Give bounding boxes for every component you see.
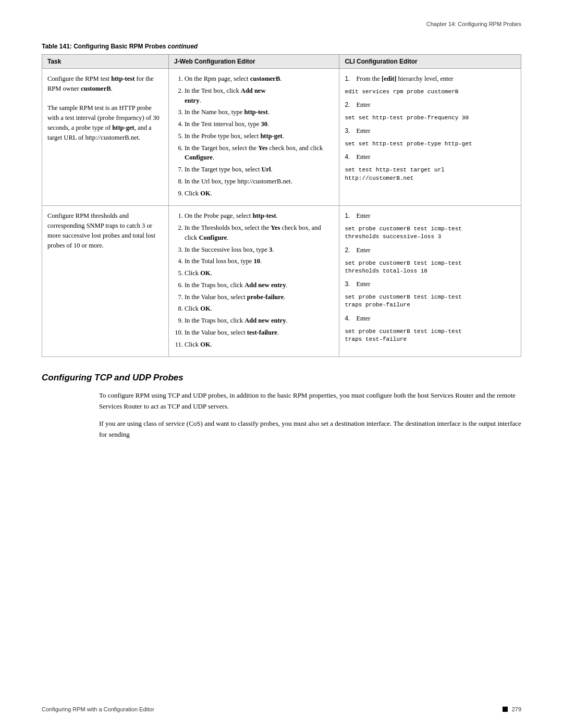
cli-text: Enter: [356, 100, 516, 110]
col-header-task: Task: [42, 55, 169, 69]
cli-code: set probe customerB test icmp-testthresh…: [345, 260, 516, 276]
list-item: In the Thresholds box, select the Yes ch…: [185, 223, 334, 243]
cli-code: set set http-test probe-frequency 30: [345, 114, 516, 122]
header-text: Chapter 14: Configuring RPM Probes: [426, 21, 521, 27]
cli-code: set probe customerB test icmp-testtraps …: [345, 328, 516, 344]
cli-item: 1. From the [edit] hierarchy level, ente…: [345, 74, 516, 84]
page-container: Chapter 14: Configuring RPM Probes Table…: [0, 0, 563, 728]
cli-cell-2: 1. Enter set probe customerB test icmp-t…: [339, 206, 521, 357]
cli-cell-1: 1. From the [edit] hierarchy level, ente…: [339, 69, 521, 206]
list-item: In the Url box, type http://customerB.ne…: [185, 177, 334, 187]
list-item: In the Test box, click Add newentry.: [185, 86, 334, 106]
page-header: Chapter 14: Configuring RPM Probes: [42, 21, 521, 27]
section-paragraph-1: To configure RPM using TCP and UDP probe…: [99, 390, 521, 412]
list-item: In the Probe type box, select http-get.: [185, 131, 334, 141]
list-item: In the Traps box, click Add new entry.: [185, 280, 334, 290]
cli-item: 3. Enter: [345, 279, 516, 289]
cli-text: From the [edit] hierarchy level, enter: [356, 74, 516, 84]
footer-square-icon: [503, 707, 508, 712]
table-title-suffix: continued: [168, 43, 198, 50]
table-title-text: Table 141: Configuring Basic RPM Probes …: [42, 43, 198, 50]
table-header-row: Task J-Web Configuration Editor CLI Conf…: [42, 55, 521, 69]
task-cell-2: Configure RPM thresholds and correspondi…: [42, 206, 169, 357]
list-item: Click OK.: [185, 189, 334, 199]
cli-item: 2. Enter: [345, 100, 516, 110]
cli-num: 1.: [345, 74, 354, 84]
list-item: In the Target type box, select Url.: [185, 165, 334, 175]
cli-num: 4.: [345, 152, 354, 162]
task-cell-1: Configure the RPM test http-test for the…: [42, 69, 169, 206]
cli-item: 4. Enter: [345, 152, 516, 162]
footer-right: 279: [503, 706, 521, 712]
page-footer: Configuring RPM with a Configuration Edi…: [0, 706, 563, 712]
list-item: In the Value box, select test-failure.: [185, 328, 334, 338]
cli-num: 3.: [345, 126, 354, 136]
task-text-1a: Configure the RPM test http-test for the…: [47, 74, 163, 94]
list-item: On the Rpm page, select customerB.: [185, 74, 334, 84]
list-item: In the Value box, select probe-failure.: [185, 292, 334, 302]
section-body: To configure RPM using TCP and UDP probe…: [99, 390, 521, 440]
list-item: In the Name box, type http-test.: [185, 107, 334, 117]
cli-text: Enter: [356, 152, 516, 162]
task-text-2: Configure RPM thresholds and correspondi…: [47, 211, 163, 250]
cli-num: 2.: [345, 245, 354, 255]
list-item: Click OK.: [185, 340, 334, 350]
table-row: Configure the RPM test http-test for the…: [42, 69, 521, 206]
task-text-1b: The sample RPM test is an HTTP probe wit…: [47, 103, 163, 142]
table-title: Table 141: Configuring Basic RPM Probes …: [42, 43, 521, 50]
cli-item: 4. Enter: [345, 314, 516, 324]
cli-num: 2.: [345, 100, 354, 110]
cli-code: set test http-test target urlhttp://cust…: [345, 166, 516, 182]
footer-left-text: Configuring RPM with a Configuration Edi…: [42, 706, 154, 712]
jweb-cell-1: On the Rpm page, select customerB. In th…: [168, 69, 339, 206]
table-row: Configure RPM thresholds and correspondi…: [42, 206, 521, 357]
cli-text: Enter: [356, 279, 516, 289]
jweb-cell-2: On the Probe page, select http-test. In …: [168, 206, 339, 357]
list-item: Click OK.: [185, 304, 334, 314]
list-item: In the Traps box, click Add new entry.: [185, 316, 334, 326]
cli-num: 4.: [345, 314, 354, 324]
cli-code: set set http-test probe-type http-get: [345, 140, 516, 148]
cli-code: edit services rpm probe customerB: [345, 88, 516, 96]
cli-item: 1. Enter: [345, 211, 516, 221]
list-item: In the Target box, select the Yes check …: [185, 143, 334, 163]
cli-text: Enter: [356, 211, 516, 221]
list-item: Click OK.: [185, 268, 334, 278]
list-item: In the Total loss box, type 10.: [185, 256, 334, 266]
cli-item: 3. Enter: [345, 126, 516, 136]
col-header-cli: CLI Configuration Editor: [339, 55, 521, 69]
cli-item: 2. Enter: [345, 245, 516, 255]
cli-num: 1.: [345, 211, 354, 221]
cli-content-1: 1. From the [edit] hierarchy level, ente…: [345, 74, 516, 186]
cli-text: Enter: [356, 245, 516, 255]
main-table: Task J-Web Configuration Editor CLI Conf…: [42, 54, 521, 357]
section-heading: Configuring TCP and UDP Probes: [42, 373, 521, 383]
list-item: In the Test interval box, type 30.: [185, 119, 334, 129]
cli-code: set probe customerB test icmp-testtraps …: [345, 293, 516, 310]
cli-text: Enter: [356, 126, 516, 136]
cli-content-2: 1. Enter set probe customerB test icmp-t…: [345, 211, 516, 347]
col-header-jweb: J-Web Configuration Editor: [168, 55, 339, 69]
jweb-list-2: On the Probe page, select http-test. In …: [182, 211, 334, 349]
list-item: On the Probe page, select http-test.: [185, 211, 334, 221]
footer-page-number: 279: [512, 706, 521, 712]
jweb-list-1: On the Rpm page, select customerB. In th…: [182, 74, 334, 198]
cli-text: Enter: [356, 314, 516, 324]
section-paragraph-2: If you are using class of service (CoS) …: [99, 418, 521, 440]
cli-code: set probe customerB test icmp-testthresh…: [345, 225, 516, 241]
list-item: In the Successive loss box, type 3.: [185, 245, 334, 255]
cli-num: 3.: [345, 279, 354, 289]
